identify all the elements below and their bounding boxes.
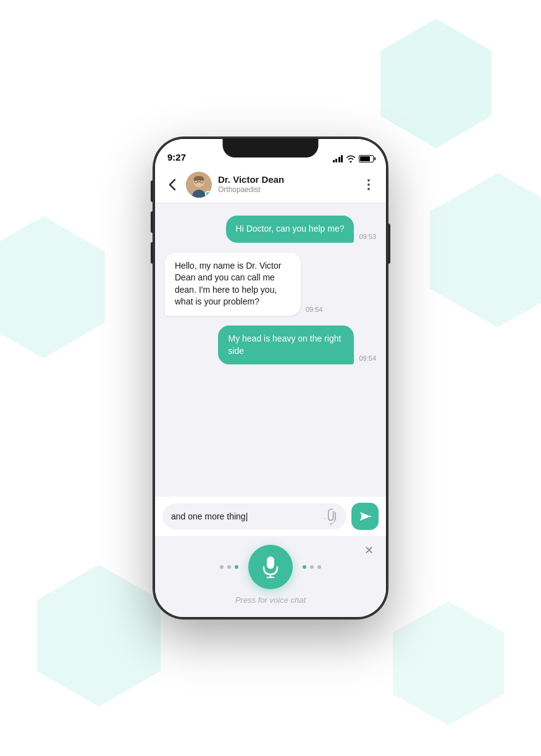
message-time: 09:53 [359,233,376,243]
doctor-info: Dr. Victor Dean Orthopaedist [218,174,355,194]
microphone-icon [261,556,280,578]
voice-row [167,545,374,589]
mic-button[interactable] [248,545,293,589]
voice-area: ✕ [155,536,386,617]
hex-right [430,173,541,327]
message-row: 09:54 My head is heavy on the right side [165,326,376,364]
phone-device: 9:27 [153,137,388,619]
voice-dots-left [220,565,238,569]
message-time: 09:54 [306,306,323,316]
phone-notch [223,139,319,158]
doctor-avatar [186,172,212,198]
input-area [155,497,386,536]
hex-bottom-right [393,602,504,725]
message-bubble-received: Hello, my name is Dr. Victor Dean and yo… [165,253,301,316]
text-input-wrapper [162,503,346,529]
chat-messages-area: 09:53 Hi Doctor, can you help me? Hello,… [155,203,386,497]
message-row: Hello, my name is Dr. Victor Dean and yo… [165,253,376,316]
menu-dot [367,183,370,186]
doctor-name: Dr. Victor Dean [218,174,355,185]
wifi-icon [346,155,356,162]
phone-screen: 9:27 [155,139,386,617]
message-bubble-sent: My head is heavy on the right side [218,326,354,364]
message-bubble-sent: Hi Doctor, can you help me? [226,216,354,243]
message-time: 09:54 [359,355,376,364]
send-icon [358,510,372,523]
voice-dot [310,565,314,569]
attach-icon[interactable] [321,506,340,526]
hex-left [0,216,105,358]
phone-frame: 9:27 [153,137,388,619]
voice-dot [317,565,321,569]
menu-dot [367,179,370,182]
menu-dot [367,188,370,190]
voice-dot-active [235,565,238,569]
back-button[interactable] [165,177,180,192]
hex-top-right [380,19,492,148]
message-row: 09:53 Hi Doctor, can you help me? [165,216,376,243]
svg-rect-6 [267,556,274,569]
doctor-specialty: Orthopaedist [218,185,355,194]
online-status-dot [205,191,211,197]
voice-dot-active [303,565,306,569]
hex-bottom-left [37,565,161,707]
voice-hint: Press for voice chat [235,595,306,605]
message-input[interactable] [171,511,319,521]
chat-header: Dr. Victor Dean Orthopaedist [155,166,386,203]
phone-content: 9:27 [155,139,386,617]
signal-bars-icon [333,155,343,162]
close-voice-button[interactable]: ✕ [364,544,374,557]
menu-button[interactable] [361,177,376,192]
voice-dots-right [303,565,321,569]
status-icons [333,155,374,162]
send-button[interactable] [351,503,379,530]
voice-dot [227,565,231,569]
status-time: 9:27 [167,152,186,162]
voice-dot [220,565,224,569]
battery-icon [359,155,374,162]
back-arrow-icon [169,178,176,191]
